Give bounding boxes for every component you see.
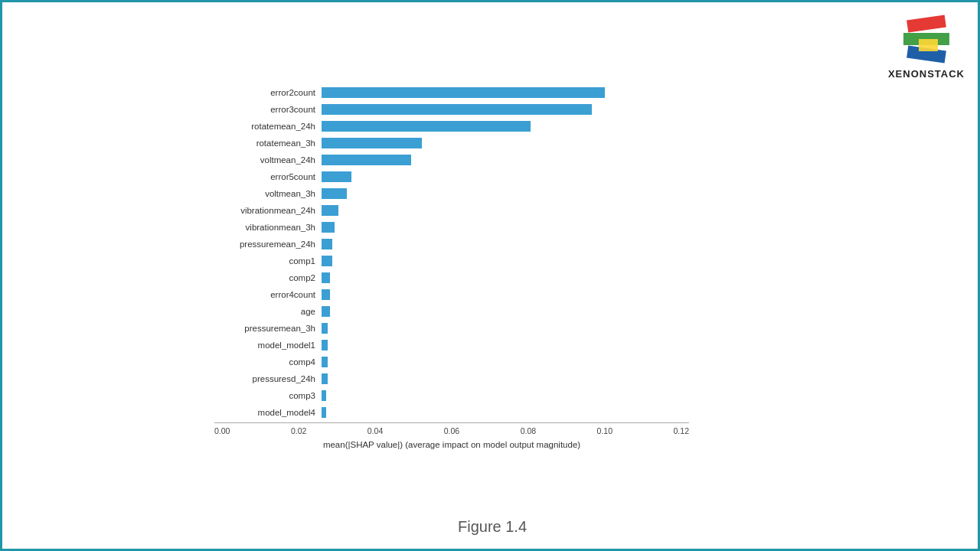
row-label: comp2 (214, 273, 322, 282)
x-tick: 0.10 (597, 426, 612, 435)
chart-container: error2counterror3countrotatemean_24hrota… (214, 84, 689, 449)
bar (322, 357, 328, 367)
bar (322, 205, 338, 216)
chart-row: model_model4 (214, 404, 689, 421)
bar (322, 390, 326, 401)
chart-row: age (214, 303, 689, 320)
x-tick: 0.06 (444, 426, 459, 435)
chart-row: pressuremean_3h (214, 320, 689, 337)
bar-area (322, 86, 689, 99)
x-tick: 0.02 (291, 426, 306, 435)
bar (322, 87, 605, 98)
row-label: model_model1 (214, 341, 322, 350)
bar-area (322, 255, 689, 267)
chart-row: rotatemean_3h (214, 135, 689, 152)
row-label: comp1 (214, 256, 322, 266)
bar-area (322, 322, 689, 334)
bar (322, 256, 332, 266)
chart-row: comp3 (214, 387, 689, 404)
row-label: voltmean_3h (214, 189, 322, 198)
bar-area (322, 339, 689, 351)
bar-area (322, 272, 689, 284)
chart-row: error3count (214, 101, 689, 118)
bar (322, 340, 328, 350)
chart-row: comp2 (214, 269, 689, 286)
bar-area (322, 356, 689, 368)
bar (322, 155, 411, 165)
chart-row: error2count (214, 84, 689, 101)
row-label: vibrationmean_24h (214, 206, 322, 215)
bar (322, 373, 328, 384)
row-label: error3count (214, 105, 322, 114)
chart-row: error5count (214, 168, 689, 185)
bar (322, 323, 328, 334)
bar-area (322, 238, 689, 250)
row-label: comp3 (214, 391, 322, 400)
row-label: error5count (214, 172, 322, 181)
bar-area (322, 103, 689, 116)
row-label: voltmean_24h (214, 155, 322, 165)
row-label: pressuremean_3h (214, 324, 322, 333)
chart-row: comp4 (214, 354, 689, 370)
logo-text: XENONSTACK (888, 68, 965, 80)
bar-area (322, 187, 689, 200)
chart-row: pressuremean_24h (214, 236, 689, 253)
chart-row: vibrationmean_3h (214, 219, 689, 236)
bar (322, 407, 326, 418)
x-axis-label: mean(|SHAP value|) (average impact on mo… (214, 440, 689, 449)
bar-area (322, 171, 689, 183)
bar-area (322, 221, 689, 233)
x-ticks: 0.000.020.040.060.080.100.12 (214, 426, 689, 435)
figure-caption: Figure 1.4 (2, 518, 980, 536)
bar (322, 121, 531, 132)
x-tick: 0.04 (368, 426, 383, 435)
chart-row: pressuresd_24h (214, 370, 689, 387)
x-tick: 0.12 (674, 426, 689, 435)
bar-area (322, 390, 689, 402)
bar (322, 306, 330, 317)
row-label: rotatemean_3h (214, 139, 322, 148)
chart-row: comp1 (214, 253, 689, 269)
bar-area (322, 406, 689, 419)
bar-area (322, 289, 689, 301)
bar (322, 104, 592, 115)
chart-row: model_model1 (214, 337, 689, 354)
x-tick: 0.08 (521, 426, 536, 435)
row-label: vibrationmean_3h (214, 223, 322, 232)
chart-row: error4count (214, 286, 689, 303)
chart-row: voltmean_3h (214, 185, 689, 202)
row-label: model_model4 (214, 408, 322, 417)
bar-area (322, 305, 689, 318)
bar (322, 138, 422, 148)
x-tick: 0.00 (214, 426, 230, 435)
svg-marker-3 (919, 39, 938, 51)
logo: XENONSTACK (888, 11, 965, 80)
chart-rows: error2counterror3countrotatemean_24hrota… (214, 84, 689, 421)
row-label: age (214, 307, 322, 316)
bar-area (322, 154, 689, 166)
bar (322, 171, 351, 182)
bar (322, 188, 347, 199)
row-label: comp4 (214, 357, 322, 367)
row-label: error2count (214, 88, 322, 97)
bar (322, 272, 330, 283)
bar (322, 239, 332, 249)
row-label: pressuresd_24h (214, 374, 322, 383)
logo-icon (900, 11, 953, 65)
bar (322, 289, 330, 300)
chart-row: voltmean_24h (214, 152, 689, 168)
row-label: rotatemean_24h (214, 122, 322, 131)
bar (322, 222, 335, 233)
bar-area (322, 204, 689, 217)
bar-area (322, 373, 689, 385)
row-label: error4count (214, 290, 322, 299)
bar-area (322, 120, 689, 132)
chart-row: rotatemean_24h (214, 118, 689, 135)
svg-marker-0 (906, 15, 946, 33)
chart-row: vibrationmean_24h (214, 202, 689, 219)
bar-area (322, 137, 689, 149)
x-axis: 0.000.020.040.060.080.100.12 mean(|SHAP … (214, 422, 689, 449)
row-label: pressuremean_24h (214, 240, 322, 249)
